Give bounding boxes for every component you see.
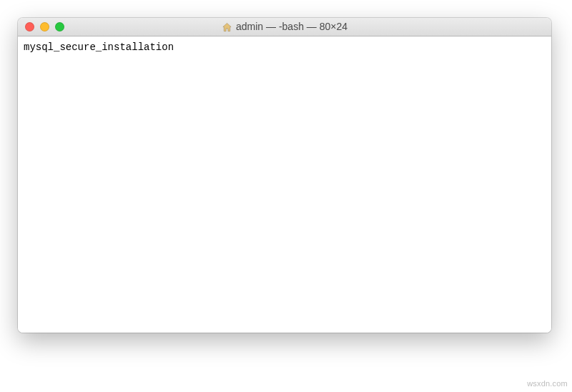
window-titlebar[interactable]: admin — -bash — 80×24 [18, 18, 551, 36]
window-title: admin — -bash — 80×24 [18, 21, 551, 33]
watermark-text: wsxdn.com [527, 379, 568, 388]
terminal-window: admin — -bash — 80×24 mysql_secure_insta… [18, 18, 551, 333]
terminal-line: mysql_secure_installation [24, 41, 174, 53]
close-button[interactable] [25, 22, 34, 31]
home-icon [222, 21, 232, 33]
traffic-lights [18, 22, 64, 31]
zoom-button[interactable] [55, 22, 64, 31]
minimize-button[interactable] [40, 22, 49, 31]
terminal-viewport[interactable]: mysql_secure_installation [18, 36, 551, 333]
window-title-text: admin — -bash — 80×24 [236, 21, 347, 32]
